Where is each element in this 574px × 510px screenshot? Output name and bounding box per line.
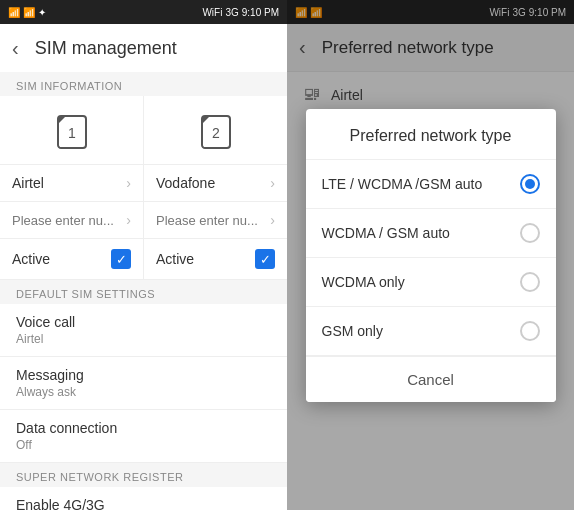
option-wcdma-gsm[interactable]: WCDMA / GSM auto [306,209,556,258]
voice-call-sub: Airtel [16,332,271,346]
option-wcdma-only[interactable]: WCDMA only [306,258,556,307]
sim1-card: 1 [0,96,144,164]
sim2-icon: 2 [198,108,234,152]
option-wcdma-only-label: WCDMA only [322,274,405,290]
right-panel: 📶 📶 WiFi 3G 9:10 PM ‹ Preferred network … [287,0,574,510]
svg-text:1: 1 [68,125,76,141]
data-connection-title: Data connection [16,420,271,436]
radio-wcdma-gsm[interactable] [520,223,540,243]
sim2-active-item: Active [144,239,287,280]
option-wcdma-gsm-label: WCDMA / GSM auto [322,225,450,241]
messaging-item[interactable]: Messaging Always ask [0,357,287,410]
option-lte-wcdma-gsm[interactable]: LTE / WCDMA /GSM auto [306,160,556,209]
left-panel: 📶 📶 ✦ WiFi 3G 9:10 PM ‹ SIM management S… [0,0,287,510]
voice-call-item[interactable]: Voice call Airtel [0,304,287,357]
sim2-active-checkbox[interactable] [255,249,275,269]
preferred-network-dialog: Preferred network type LTE / WCDMA /GSM … [306,109,556,402]
page-title-left: SIM management [35,38,177,59]
chevron-right-icon4: › [270,212,275,228]
sim1-active-label: Active [12,251,50,267]
status-bar-right: WiFi 3G 9:10 PM [202,7,279,18]
sim2-number-text: Please enter nu... [156,213,258,228]
left-status-bar: 📶 📶 ✦ WiFi 3G 9:10 PM [0,0,287,24]
enable-4g-item[interactable]: Enable 4G/3G [0,487,287,510]
chevron-right-icon: › [126,175,131,191]
radio-lte-wcdma-gsm[interactable] [520,174,540,194]
option-gsm-only-label: GSM only [322,323,383,339]
sim1-number-text: Please enter nu... [12,213,114,228]
number-row: Please enter nu... › Please enter nu... … [0,202,287,239]
sim1-number-item[interactable]: Please enter nu... › [0,202,144,239]
dialog-title: Preferred network type [306,109,556,160]
default-section-label: DEFAULT SIM SETTINGS [0,280,287,304]
radio-gsm-only[interactable] [520,321,540,341]
dialog-overlay: Preferred network type LTE / WCDMA /GSM … [287,0,574,510]
sim1-active-checkbox[interactable] [111,249,131,269]
sim1-carrier-label: Airtel [12,175,44,191]
signal-icon: 📶 [8,7,20,18]
sim2-carrier-item[interactable]: Vodafone › [144,165,287,202]
sim2-carrier-label: Vodafone [156,175,215,191]
bluetooth-icon: ✦ [38,7,46,18]
sim2-number-item[interactable]: Please enter nu... › [144,202,287,239]
sim-cards-row: 1 2 [0,96,287,165]
svg-text:2: 2 [212,125,220,141]
option-lte-wcdma-gsm-label: LTE / WCDMA /GSM auto [322,176,483,192]
back-button-left[interactable]: ‹ [12,37,19,60]
cancel-button[interactable]: Cancel [306,356,556,402]
status-bar-left: 📶 📶 ✦ [8,7,46,18]
svg-marker-4 [202,116,210,124]
chevron-right-icon2: › [270,175,275,191]
sim-info-section-label: SIM INFORMATION [0,72,287,96]
sim1-carrier-item[interactable]: Airtel › [0,165,144,202]
signal-icon2: 📶 [23,7,35,18]
chevron-right-icon3: › [126,212,131,228]
sim1-active-item: Active [0,239,144,280]
enable-4g-title: Enable 4G/3G [16,497,271,510]
active-row: Active Active [0,239,287,280]
option-gsm-only[interactable]: GSM only [306,307,556,356]
carrier-row: Airtel › Vodafone › [0,165,287,202]
super-section-label: SUPER NETWORK REGISTER [0,463,287,487]
network-icon: 3G [225,7,238,18]
left-header: ‹ SIM management [0,24,287,72]
wifi-icon: WiFi [202,7,222,18]
svg-marker-1 [58,116,66,124]
sim2-card: 2 [144,96,287,164]
radio-wcdma-only[interactable] [520,272,540,292]
data-connection-sub: Off [16,438,271,452]
sim2-active-label: Active [156,251,194,267]
sim1-icon: 1 [54,108,90,152]
messaging-sub: Always ask [16,385,271,399]
messaging-title: Messaging [16,367,271,383]
voice-call-title: Voice call [16,314,271,330]
time-left: 9:10 PM [242,7,279,18]
data-connection-item[interactable]: Data connection Off [0,410,287,463]
